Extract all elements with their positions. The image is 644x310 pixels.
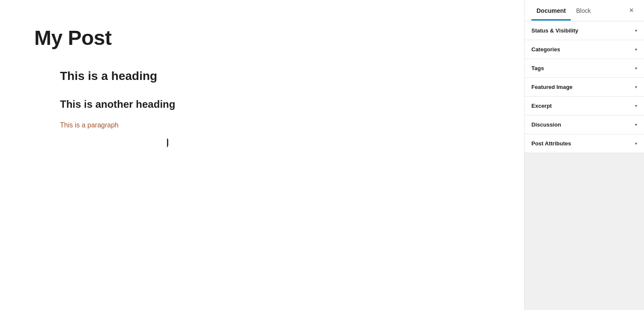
chevron-down-icon: ▾ xyxy=(635,47,637,52)
heading-block-1[interactable]: This is a heading xyxy=(60,68,360,84)
post-title[interactable]: My Post xyxy=(34,26,112,50)
panel-status-visibility[interactable]: Status & Visibility ▾ xyxy=(525,21,644,40)
sidebar-panels: Status & Visibility ▾ Categories ▾ Tags … xyxy=(525,21,644,166)
paragraph-block[interactable]: This is a paragraph xyxy=(60,120,360,131)
panel-label-post-attributes: Post Attributes xyxy=(531,140,571,147)
sidebar-tabs: Document Block × xyxy=(525,0,644,21)
sidebar-close-button[interactable]: × xyxy=(626,4,637,17)
panel-discussion[interactable]: Discussion ▾ xyxy=(525,115,644,134)
chevron-down-icon: ▾ xyxy=(635,28,637,33)
sidebar: Document Block × Status & Visibility ▾ C… xyxy=(524,0,644,310)
editor-area: My Post This is a heading This is anothe… xyxy=(0,0,524,310)
panel-label-status-visibility: Status & Visibility xyxy=(531,27,578,34)
panel-tags[interactable]: Tags ▾ xyxy=(525,59,644,78)
panel-excerpt[interactable]: Excerpt ▾ xyxy=(525,97,644,115)
chevron-down-icon: ▾ xyxy=(635,141,637,146)
close-icon: × xyxy=(629,6,634,15)
panel-label-featured-image: Featured Image xyxy=(531,84,572,90)
content-area: This is a heading This is another headin… xyxy=(60,68,360,131)
panel-post-attributes[interactable]: Post Attributes ▾ xyxy=(525,134,644,153)
tab-block[interactable]: Block xyxy=(571,1,596,20)
chevron-down-icon: ▾ xyxy=(635,103,637,108)
panel-categories[interactable]: Categories ▾ xyxy=(525,40,644,59)
panel-label-categories: Categories xyxy=(531,46,560,53)
panel-label-excerpt: Excerpt xyxy=(531,103,552,109)
sidebar-bottom xyxy=(525,166,644,310)
panel-featured-image[interactable]: Featured Image ▾ xyxy=(525,78,644,97)
panel-label-tags: Tags xyxy=(531,65,544,71)
text-cursor: | xyxy=(167,139,168,147)
chevron-down-icon: ▾ xyxy=(635,85,637,89)
chevron-down-icon: ▾ xyxy=(635,66,637,71)
panel-label-discussion: Discussion xyxy=(531,121,561,128)
heading-block-2[interactable]: This is another heading xyxy=(60,97,360,112)
tab-document[interactable]: Document xyxy=(531,1,571,20)
chevron-down-icon: ▾ xyxy=(635,122,637,127)
